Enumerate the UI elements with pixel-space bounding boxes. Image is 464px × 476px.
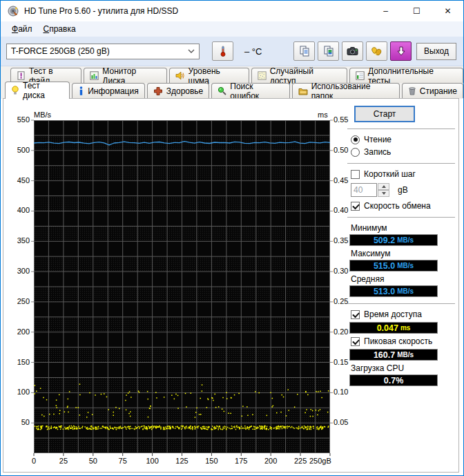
copy-image-icon bbox=[323, 46, 334, 57]
maximum-unit: MB/s bbox=[397, 262, 414, 269]
y-left-axis-unit: MB/s bbox=[34, 111, 51, 119]
access-time-checkbox-row[interactable]: Время доступа bbox=[351, 310, 456, 319]
maximum-value: 515.0 bbox=[374, 261, 395, 271]
maximum-label: Максимум bbox=[351, 249, 456, 258]
toolbar-icon-group bbox=[293, 41, 412, 61]
speaker-icon bbox=[175, 71, 185, 80]
tab-strip: Тест в файл Монитор Диска Уровень шума С… bbox=[1, 66, 463, 99]
stepper-down-button[interactable] bbox=[378, 190, 389, 197]
arrow-up-icon bbox=[382, 185, 386, 188]
update-download-button[interactable] bbox=[390, 41, 412, 61]
camera-icon bbox=[347, 46, 358, 56]
access-time-value-box: 0.047 ms bbox=[349, 322, 438, 334]
donate-hands-icon bbox=[371, 46, 383, 57]
tab-error-scan[interactable]: Поиск ошибок bbox=[211, 83, 289, 98]
access-time-checkbox[interactable] bbox=[351, 310, 360, 319]
temperature-button[interactable] bbox=[212, 41, 233, 61]
short-stride-checkbox[interactable] bbox=[351, 170, 360, 179]
exit-button[interactable]: Выход bbox=[416, 43, 456, 60]
temperature-unit: °C bbox=[252, 46, 262, 57]
burst-rate-value: 160.7 bbox=[374, 350, 395, 360]
y-right-axis-unit: ms bbox=[318, 111, 328, 119]
app-icon bbox=[8, 6, 19, 17]
burst-rate-label: Пиковая скорость bbox=[364, 336, 432, 346]
disk-monitor-icon bbox=[90, 71, 99, 80]
menu-file[interactable]: Файл bbox=[6, 23, 38, 35]
tab-folder-usage[interactable]: Использование папок bbox=[292, 83, 400, 98]
drive-select-dropdown[interactable]: T-FORCE 250GB (250 gB) bbox=[6, 44, 200, 59]
stepper-up-button[interactable] bbox=[378, 183, 389, 190]
lightbulb-icon bbox=[11, 86, 19, 95]
minimum-label: Минимум bbox=[351, 223, 456, 233]
transfer-rate-checkbox[interactable] bbox=[351, 202, 360, 211]
average-label: Средняя bbox=[351, 274, 456, 284]
download-arrow-icon bbox=[396, 46, 407, 57]
short-stride-label: Короткий шаг bbox=[364, 169, 416, 179]
menu-bar: Файл Справка bbox=[1, 21, 463, 37]
magnifier-icon bbox=[218, 86, 226, 95]
burst-rate-checkbox-row[interactable]: Пиковая скорость bbox=[351, 336, 456, 346]
title-bar: HD Tune Pro 5.60 - утилита для HD/SSD – … bbox=[1, 1, 463, 21]
health-cross-icon bbox=[153, 86, 163, 96]
tab-info[interactable]: Информация bbox=[72, 83, 144, 98]
tab-label: Тест диска bbox=[23, 81, 64, 100]
transfer-rate-label: Скорость обмена bbox=[364, 201, 431, 211]
tab-disk-test[interactable]: Тест диска bbox=[5, 82, 70, 99]
average-value-box: 513.0 MB/s bbox=[349, 285, 438, 297]
minimize-button[interactable]: – bbox=[370, 1, 401, 21]
average-value: 513.0 bbox=[374, 287, 395, 296]
minimum-value: 509.2 bbox=[374, 236, 395, 245]
tab-label: Информация bbox=[88, 86, 138, 96]
maximum-value-box: 515.0 MB/s bbox=[349, 260, 438, 272]
average-unit: MB/s bbox=[397, 287, 414, 295]
menu-help[interactable]: Справка bbox=[38, 23, 81, 35]
info-icon bbox=[78, 86, 84, 95]
control-panel: Старт Чтение Запись Короткий шаг gB Скор… bbox=[346, 104, 456, 388]
tab-label: Стирание bbox=[420, 86, 457, 96]
minimum-value-box: 509.2 MB/s bbox=[349, 234, 438, 246]
radio-read[interactable] bbox=[351, 135, 360, 144]
copy-text-button[interactable] bbox=[293, 41, 315, 61]
copy-text-icon bbox=[299, 46, 310, 57]
cpu-usage-value-box: 0.7% bbox=[349, 374, 438, 386]
toolbar: T-FORCE 250GB (250 gB) – °C bbox=[1, 37, 463, 66]
folder-icon bbox=[298, 87, 308, 95]
chevron-down-icon bbox=[188, 49, 195, 53]
separator bbox=[347, 128, 455, 129]
minimum-unit: MB/s bbox=[397, 236, 414, 244]
write-mode-radio[interactable]: Запись bbox=[351, 147, 456, 157]
trash-icon bbox=[408, 86, 416, 95]
burst-rate-unit: MB/s bbox=[397, 351, 414, 359]
copy-image-button[interactable] bbox=[318, 41, 339, 61]
cpu-usage-value: 0.7% bbox=[384, 376, 404, 385]
burst-rate-value-box: 160.7 MB/s bbox=[349, 349, 438, 361]
close-button[interactable]: ✕ bbox=[432, 1, 463, 21]
tab-disk-monitor[interactable]: Монитор Диска bbox=[84, 68, 166, 83]
temperature-readout: – °C bbox=[244, 46, 262, 57]
burst-rate-checkbox[interactable] bbox=[351, 337, 360, 346]
access-time-value: 0.047 bbox=[377, 323, 398, 333]
radio-write[interactable] bbox=[351, 148, 360, 157]
random-access-icon bbox=[258, 71, 267, 80]
screenshot-button[interactable] bbox=[342, 41, 363, 61]
benchmark-plot bbox=[34, 120, 330, 453]
short-stride-checkbox-row[interactable]: Короткий шаг bbox=[351, 169, 456, 179]
window-title: HD Tune Pro 5.60 - утилита для HD/SSD bbox=[24, 6, 178, 16]
cpu-usage-label: Загрузка CPU bbox=[351, 363, 456, 373]
tab-erase[interactable]: Стирание bbox=[402, 83, 463, 98]
file-write-icon bbox=[17, 71, 26, 80]
short-stride-input[interactable] bbox=[351, 183, 377, 197]
tab-label: Здоровье bbox=[166, 86, 204, 96]
arrow-down-icon bbox=[382, 192, 386, 195]
donate-button[interactable] bbox=[366, 41, 387, 61]
maximize-button[interactable]: ☐ bbox=[401, 1, 432, 21]
transfer-rate-checkbox-row[interactable]: Скорость обмена bbox=[351, 201, 456, 211]
tab-health[interactable]: Здоровье bbox=[147, 83, 210, 98]
separator bbox=[347, 217, 455, 218]
thermometer-icon bbox=[218, 45, 229, 57]
start-button[interactable]: Старт bbox=[354, 106, 415, 122]
short-stride-stepper: gB bbox=[351, 183, 456, 197]
read-mode-radio[interactable]: Чтение bbox=[351, 135, 456, 144]
extra-tests-icon bbox=[356, 71, 365, 80]
app-window: HD Tune Pro 5.60 - утилита для HD/SSD – … bbox=[0, 0, 464, 476]
